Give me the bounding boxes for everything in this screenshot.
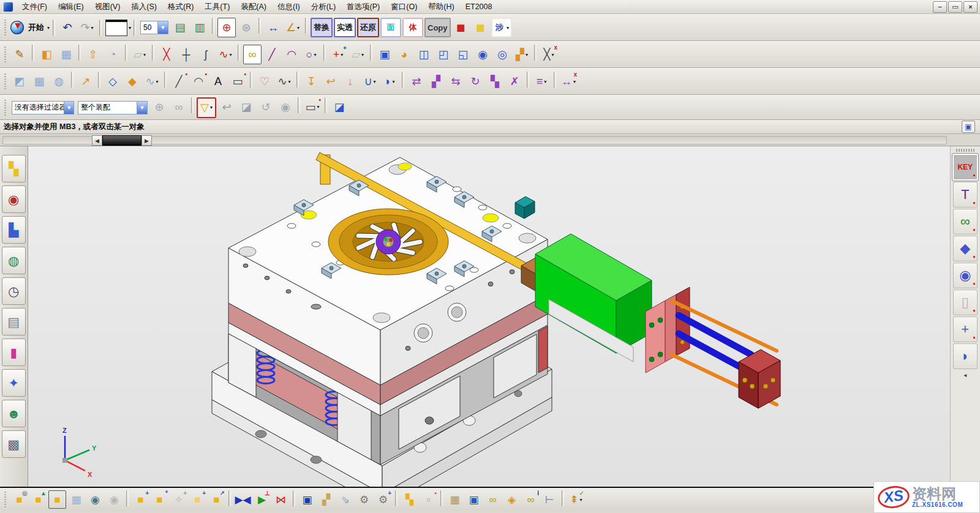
menu-preferences[interactable]: 首选项(P) <box>341 0 385 13</box>
body-button[interactable]: 体 <box>402 18 423 37</box>
undo-icon[interactable]: ↶ <box>58 18 77 37</box>
group-components-icon[interactable]: ▦ <box>446 490 464 509</box>
app-icon[interactable] <box>3 2 13 12</box>
menu-format[interactable]: 格式(R) <box>162 0 199 13</box>
flange-icon[interactable]: ◔ <box>104 45 122 64</box>
link-disabled-icon[interactable]: ∞ <box>170 97 188 117</box>
component-dimension-icon[interactable]: ↔x▾ <box>559 72 578 91</box>
explode-assembly-icon[interactable]: ⇞✓▾ <box>567 490 585 509</box>
wireframe-components-icon[interactable]: ▦ <box>67 490 85 509</box>
boss-icon[interactable]: ◎ <box>493 45 511 64</box>
palettes-icon[interactable]: ▤ <box>2 308 26 335</box>
extract-body-icon[interactable]: ◧ <box>37 45 56 64</box>
menu-edit[interactable]: 编辑(E) <box>53 0 89 13</box>
find-component-icon[interactable]: ■◎ <box>10 490 28 509</box>
menu-help[interactable]: 帮助(H) <box>423 0 459 13</box>
point-set-icon[interactable]: +●▾ <box>329 45 347 64</box>
wcs-dynamics-icon[interactable]: ⊕ <box>217 18 236 37</box>
text-icon[interactable]: A <box>209 72 227 91</box>
pattern-components-icon[interactable]: ▚ <box>401 490 418 509</box>
menu-insert[interactable]: 插入(S) <box>126 0 162 13</box>
copy-button[interactable]: Copy <box>424 18 451 37</box>
snap-disabled-icon[interactable]: ⊕ <box>150 97 168 117</box>
divide-curve-icon[interactable]: ┼ <box>177 45 195 64</box>
interference-button[interactable]: 涉▾ <box>491 18 512 37</box>
wcs-orient-icon[interactable]: ⊛ <box>237 18 255 37</box>
bounded-plane-icon[interactable]: ◍ <box>50 72 68 91</box>
remember-constraints-icon[interactable]: ▣ <box>298 490 316 509</box>
mate-constraint-icon[interactable]: ▶⊥ <box>253 490 271 509</box>
web-browser-icon[interactable]: ◍ <box>2 247 26 274</box>
selection-filter-dropdown[interactable]: 没有选择过滤器 ▼ <box>12 101 74 114</box>
bridge-curve-icon[interactable]: ∿▾ <box>216 45 235 64</box>
key-button[interactable]: KEY▪ <box>952 154 978 181</box>
replace-component-icon[interactable]: ⇆ <box>447 72 465 91</box>
pattern-component-icon[interactable]: ▚ <box>486 72 504 91</box>
plane-icon[interactable]: ▱▾ <box>349 45 367 64</box>
open-component-icon[interactable]: ■▲ <box>29 490 47 509</box>
four-point-surface-icon[interactable]: ◩ <box>10 72 29 91</box>
scroll-right-icon[interactable]: ▶ <box>141 135 152 146</box>
datum-plane-icon[interactable]: ▱▾ <box>130 45 149 64</box>
image-gallery-icon[interactable]: ▩ <box>2 430 26 458</box>
visualization-icon[interactable]: ✦ <box>2 369 26 397</box>
move-component2-icon[interactable]: ■↗ <box>208 490 225 509</box>
wrap-curve-icon[interactable]: ∪▾ <box>361 72 379 91</box>
rotate-point-icon[interactable]: ↺ <box>257 97 275 117</box>
reuse-tslot-part-icon[interactable]: T▪ <box>953 182 978 208</box>
reuse-cylinder-part-icon[interactable]: ◗ <box>953 343 978 369</box>
toolbar-grip[interactable] <box>3 73 8 89</box>
snap-point-icon[interactable]: ▽▾ <box>197 97 216 118</box>
trim-curve-icon[interactable]: ╳ <box>157 45 176 64</box>
rotate-component-icon[interactable]: ↻ <box>466 72 484 91</box>
toolbar-grip[interactable] <box>3 47 8 62</box>
mold-model[interactable]: Z Y X <box>28 146 950 487</box>
subtract-icon[interactable]: ◱ <box>454 45 472 64</box>
locating-block[interactable] <box>515 197 535 219</box>
section-curve-icon[interactable]: ↓ <box>341 72 360 91</box>
align-constraint-icon[interactable]: ⋈ <box>272 490 290 509</box>
through-curve-mesh-icon[interactable]: ▦ <box>30 72 48 91</box>
combined-projection-icon[interactable]: ↩ <box>322 72 340 91</box>
color-swatch[interactable] <box>105 20 127 36</box>
sew-icon[interactable]: ◇ <box>104 72 122 91</box>
line-icon[interactable]: ╱• <box>170 72 188 91</box>
mirror-assembly-icon[interactable]: ▞ <box>317 490 335 509</box>
scroll-left-icon[interactable]: ◀ <box>92 135 102 146</box>
add-component-icon[interactable]: ■+ <box>132 490 149 509</box>
dimension-x-icon[interactable]: ╳x▾ <box>540 45 558 64</box>
edit-component-icon[interactable]: ⚙ <box>355 490 373 509</box>
yellow-cube-icon[interactable]: ◼ <box>472 18 490 37</box>
chevron-down-icon[interactable]: ▾ <box>129 25 131 31</box>
studio-surface-icon[interactable]: ▦ <box>57 45 75 64</box>
new-component-icon[interactable]: ■* <box>151 490 168 509</box>
arc-icon[interactable]: ◠ <box>282 45 301 64</box>
layer-settings-icon[interactable]: ▤ <box>171 18 189 37</box>
reuse-ejector-part-icon[interactable]: ▯▪ <box>953 290 978 315</box>
sketch-icon[interactable]: ✎ <box>10 45 29 64</box>
scrollbar-thumb[interactable] <box>102 135 141 146</box>
move-component-icon[interactable]: ⇄ <box>407 72 426 91</box>
menu-et2008[interactable]: ET2008 <box>460 0 498 13</box>
part-navigator-icon[interactable]: ▙ <box>2 216 26 244</box>
pad-icon[interactable]: ⇧ <box>84 45 102 64</box>
wave-surface-icon[interactable]: ∿▾ <box>143 72 161 91</box>
spline-icon[interactable]: ∿▾ <box>275 72 293 91</box>
interpart-link-icon[interactable]: ∞ <box>484 490 502 509</box>
red-cube-icon[interactable]: ◼ <box>452 18 470 37</box>
wave-link-icon[interactable]: ⇘ <box>336 490 354 509</box>
line-point-icon[interactable]: ╱ <box>263 45 281 64</box>
toolbar-grip[interactable] <box>3 20 8 36</box>
check-clearance-icon[interactable]: ◈ <box>503 490 521 509</box>
deferred-update-icon[interactable]: ▫▪ <box>420 490 437 509</box>
arc2-icon[interactable]: ◠• <box>189 72 208 91</box>
trim-body-icon[interactable]: ◫ <box>415 45 433 64</box>
component-report-icon[interactable]: ≡▾ <box>532 72 551 91</box>
selection-scope-dropdown[interactable]: 整个装配 ▼ <box>78 101 148 114</box>
menu-analysis[interactable]: 分析(L) <box>306 0 341 13</box>
move-to-layer-icon[interactable]: ▥ <box>190 18 209 37</box>
materials-icon[interactable]: ▮ <box>2 339 26 366</box>
hydraulic-cylinder-assembly[interactable] <box>521 234 780 408</box>
relations-browser-icon[interactable]: ⊢ <box>541 490 559 509</box>
measure-distance-icon[interactable]: ↔ <box>264 18 282 37</box>
